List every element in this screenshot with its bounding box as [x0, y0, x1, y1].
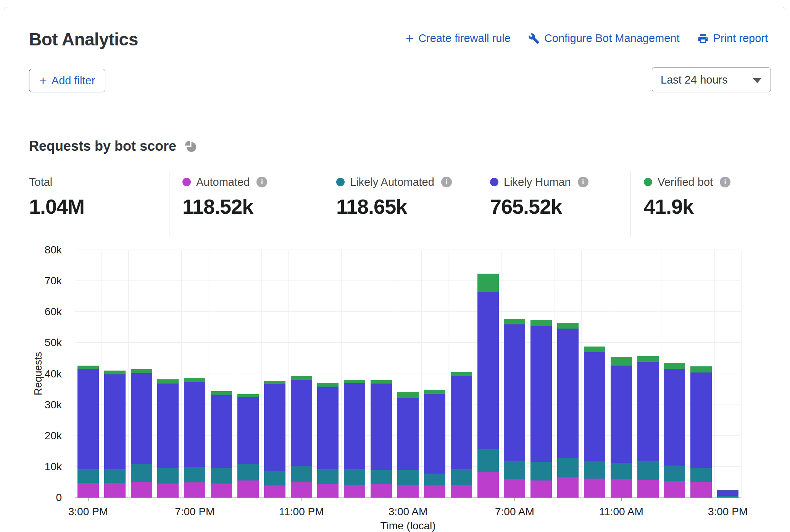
bar-1000pm[interactable] [264, 381, 285, 498]
bar-segment-automated [504, 479, 525, 498]
info-icon[interactable]: i [256, 177, 267, 187]
stat-label: Verified bot [658, 176, 713, 189]
bar-600pm[interactable] [157, 379, 179, 498]
section-title-row: Requests by bot score [29, 138, 198, 154]
bar-100pm[interactable] [664, 363, 685, 498]
bar-100am[interactable] [344, 380, 365, 498]
bar-segment-automated [77, 483, 99, 498]
bar-segment-verified-bot [530, 320, 552, 326]
bar-segment-verified-bot [344, 380, 365, 383]
gridline [181, 250, 182, 498]
y-tick-label: 10k [20, 461, 62, 473]
gridline [368, 250, 368, 498]
bar-segment-verified-bot [371, 380, 392, 384]
bar-segment-automated [104, 483, 126, 498]
gridline [475, 250, 475, 498]
bar-segment-verified-bot [504, 319, 525, 324]
bar-segment-automated [611, 479, 632, 498]
header-divider [4, 109, 786, 109]
bar-300pm[interactable] [717, 490, 738, 498]
bar-segment-automated [477, 472, 499, 498]
print-report-link[interactable]: Print report [697, 32, 768, 45]
bar-segment-automated [371, 484, 392, 498]
time-range-select[interactable]: Last 24 hours [652, 67, 771, 92]
stat-likely-human: Likely Human i 765.52k [477, 171, 630, 237]
bar-900pm[interactable] [237, 394, 259, 498]
bar-1100pm[interactable] [291, 376, 312, 498]
bar-1000am[interactable] [584, 347, 605, 498]
bar-700pm[interactable] [184, 378, 205, 498]
plus-icon: + [406, 33, 414, 44]
bar-segment-likely-automated [397, 470, 419, 485]
bar-segment-automated [317, 484, 339, 498]
chevron-down-icon [753, 78, 761, 83]
bar-segment-likely-automated [504, 461, 525, 479]
bar-segment-automated [530, 480, 552, 498]
page-title: Bot Analytics [29, 29, 138, 50]
bar-segment-likely-human [557, 329, 579, 458]
automated-color-dot [182, 178, 191, 186]
bar-segment-likely-human [637, 362, 659, 461]
gridline [75, 281, 741, 281]
bar-segment-automated [184, 482, 205, 498]
bar-segment-likely-automated [157, 468, 179, 484]
bar-700am[interactable] [504, 319, 525, 498]
configure-bot-management-link[interactable]: Configure Bot Management [528, 32, 680, 45]
bar-segment-automated [157, 484, 179, 498]
bar-segment-likely-human [611, 366, 632, 463]
bar-segment-verified-bot [717, 490, 738, 491]
plus-icon: + [39, 75, 47, 86]
header-actions: + Create firewall rule Configure Bot Man… [406, 32, 768, 45]
bar-300pm[interactable] [77, 366, 99, 498]
bar-segment-likely-human [344, 383, 365, 469]
bar-400am[interactable] [424, 390, 445, 498]
y-tick-label: 50k [20, 337, 62, 349]
likely-automated-color-dot [336, 178, 345, 186]
bar-800am[interactable] [530, 320, 552, 498]
gridline [555, 250, 555, 498]
gridline [155, 250, 155, 498]
bar-200pm[interactable] [690, 366, 712, 498]
bar-segment-likely-human [237, 397, 259, 464]
gridline [208, 250, 208, 498]
bar-400pm[interactable] [104, 371, 126, 498]
bar-500pm[interactable] [131, 369, 152, 498]
bar-segment-likely-human [131, 373, 152, 464]
stats-row: Total 1.04M Automated i 118.52k Likely A… [4, 171, 786, 237]
bar-1200pm[interactable] [637, 356, 659, 498]
bar-segment-likely-automated [557, 458, 579, 477]
pie-chart-icon [184, 139, 198, 153]
bar-1200am[interactable] [317, 383, 339, 498]
stat-value: 765.52k [490, 195, 630, 218]
info-icon[interactable]: i [578, 177, 588, 187]
bar-1100am[interactable] [611, 357, 632, 498]
bar-300am[interactable] [397, 392, 419, 498]
bar-segment-likely-automated [530, 462, 552, 480]
add-filter-button[interactable]: + Add filter [29, 69, 105, 92]
bar-segment-automated [637, 480, 659, 498]
x-tick-label: 7:00 AM [495, 506, 534, 518]
bar-800pm[interactable] [211, 391, 232, 498]
bar-900am[interactable] [557, 323, 579, 498]
create-firewall-rule-link[interactable]: + Create firewall rule [406, 32, 511, 45]
action-label: Print report [713, 32, 768, 45]
bar-segment-verified-bot [637, 356, 659, 362]
x-tick-label: 3:00 PM [708, 506, 748, 518]
bar-segment-likely-human [717, 490, 738, 496]
bar-200am[interactable] [371, 380, 392, 498]
bar-segment-automated [397, 485, 419, 498]
bar-segment-likely-automated [317, 469, 339, 484]
gridline [421, 250, 422, 498]
y-tick-label: 70k [20, 275, 62, 287]
bar-segment-automated [344, 485, 365, 498]
bar-segment-likely-human [451, 376, 472, 469]
bar-segment-likely-human [664, 369, 685, 466]
bar-600am[interactable] [477, 274, 499, 498]
x-axis-tick [88, 498, 89, 501]
info-icon[interactable]: i [720, 177, 730, 187]
stat-verified-bot: Verified bot i 41.9k [630, 171, 786, 237]
stat-total: Total 1.04M [4, 171, 169, 237]
gridline [75, 311, 741, 312]
bar-500am[interactable] [451, 372, 472, 498]
info-icon[interactable]: i [441, 177, 452, 187]
